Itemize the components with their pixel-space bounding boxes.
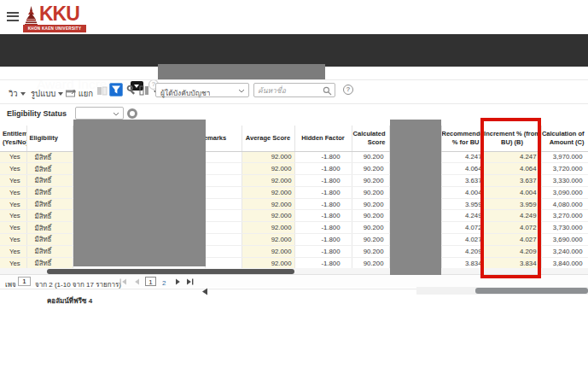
cell-average_score: 92.000: [242, 198, 294, 210]
filter-button[interactable]: [109, 83, 123, 96]
cell-amount: 3,970.000: [541, 151, 588, 163]
cell-hidden_factor: -1.800: [294, 234, 352, 246]
cell-hidden_factor: -1.800: [294, 257, 352, 269]
column-header-remarks[interactable]: Remarks: [205, 126, 242, 151]
kku-emblem-icon: [24, 6, 38, 26]
column-header-eligibility[interactable]: Eligibility: [26, 126, 73, 151]
cell-amount: 3,840.000: [541, 257, 588, 269]
column-header-recommended_pct[interactable]: Recommended % for BU: [441, 126, 483, 151]
column-header-entitlement[interactable]: Entitlem (Yes/No): [0, 126, 26, 151]
cell-amount: 3,090.000: [541, 186, 588, 198]
cell-average_score: 92.000: [242, 245, 294, 257]
cell-calculated_score: 90.200: [352, 198, 389, 210]
cell-recommended_pct: 4.072: [441, 222, 483, 234]
cell-entitlement: Yes: [0, 151, 26, 163]
cell-entitlement: Yes: [0, 257, 26, 269]
cell-eligibility: มีสิทธิ์: [26, 163, 73, 175]
help-icon[interactable]: ?: [343, 85, 353, 95]
cell-recommended_pct: 3.959: [441, 198, 483, 210]
funnel-icon: [110, 84, 122, 96]
view-menu[interactable]: วิว: [9, 87, 26, 100]
cell-average_score: 92.000: [242, 234, 294, 246]
cell-eligibility: มีสิทธิ์: [26, 186, 73, 198]
cell-calculated_score: 90.200: [352, 234, 389, 246]
last-page-icon[interactable]: [186, 278, 194, 285]
page-2-link[interactable]: 2: [162, 279, 166, 287]
cell-entitlement: Yes: [0, 163, 26, 175]
format-menu[interactable]: รูปแบบ: [31, 87, 63, 100]
detach-icon: [66, 89, 76, 97]
cell-remarks: [205, 151, 242, 163]
cell-entitlement: Yes: [0, 186, 26, 198]
cell-remarks: [205, 186, 242, 198]
cell-average_score: 92.000: [242, 210, 294, 222]
cell-calculated_score: 90.200: [352, 175, 389, 187]
eligibility-status-label: Eligibility Status: [7, 109, 67, 118]
cell-average_score: 92.000: [242, 175, 294, 187]
chevron-down-icon: [20, 92, 26, 96]
cell-recommended_pct: 4.249: [441, 210, 483, 222]
cell-entitlement: Yes: [0, 245, 26, 257]
search-icon[interactable]: [323, 86, 332, 96]
cell-calculated_score: 90.200: [352, 210, 389, 222]
cell-amount: 3,330.000: [541, 175, 588, 187]
cell-eligibility: มีสิทธิ์: [26, 222, 73, 234]
cell-entitlement: Yes: [0, 198, 26, 210]
redacted-factor-column: [390, 120, 441, 275]
search-field: [253, 83, 335, 97]
next-page-icon[interactable]: [175, 278, 181, 285]
table-hscrollbar-thumb[interactable]: [47, 269, 294, 274]
cell-entitlement: Yes: [0, 175, 26, 187]
reorder-columns-icon[interactable]: [139, 85, 149, 96]
column-header-amount[interactable]: Calculation of Amount (C): [541, 126, 588, 151]
cell-recommended_pct: 3.834: [441, 257, 483, 269]
cell-eligibility: มีสิทธิ์: [26, 245, 73, 257]
cell-amount: 3,690.000: [541, 234, 588, 246]
cell-hidden_factor: -1.800: [294, 222, 352, 234]
column-header-hidden_factor[interactable]: Hidden Factor: [294, 126, 352, 151]
cell-calculated_score: 90.200: [352, 186, 389, 198]
go-button[interactable]: [127, 108, 137, 119]
scope-select[interactable]: ผู้ใต้บังคับบัญชา: [155, 83, 249, 97]
first-page-icon[interactable]: [119, 278, 127, 285]
cell-hidden_factor: -1.800: [294, 245, 352, 257]
freeze-columns-icon[interactable]: [96, 85, 108, 96]
cell-calculated_score: 90.200: [352, 151, 389, 163]
cell-hidden_factor: -1.800: [294, 198, 352, 210]
cell-remarks: [205, 198, 242, 210]
cell-amount: 3,270.000: [541, 210, 588, 222]
redacted-region: [158, 64, 325, 79]
cell-remarks: [205, 234, 242, 246]
cell-amount: 3,720.000: [541, 163, 588, 175]
cell-recommended_pct: 3.637: [441, 175, 483, 187]
cell-remarks: [205, 257, 242, 269]
cell-remarks: [205, 175, 242, 187]
page-navbar: Award Increase ?: [0, 34, 588, 67]
cell-eligibility: มีสิทธิ์: [26, 175, 73, 187]
detach-button[interactable]: แยก: [66, 87, 93, 100]
hamburger-menu-icon[interactable]: [7, 12, 19, 21]
cell-calculated_score: 90.200: [352, 245, 389, 257]
page-number-input[interactable]: [18, 277, 31, 286]
cell-amount: 3,730.000: [541, 222, 588, 234]
redacted-name-column: [73, 120, 206, 266]
search-input[interactable]: [258, 85, 321, 96]
cell-entitlement: Yes: [0, 210, 26, 222]
page-hscrollbar-thumb[interactable]: [475, 288, 588, 294]
cell-recommended_pct: 4.247: [441, 151, 483, 163]
cell-recommended_pct: 4.027: [441, 234, 483, 246]
cell-average_score: 92.000: [242, 163, 294, 175]
column-header-calculated_score[interactable]: Calculated Score: [352, 126, 389, 151]
eligibility-status-select[interactable]: [75, 107, 124, 120]
cell-average_score: 92.000: [242, 186, 294, 198]
cell-remarks: [205, 245, 242, 257]
cell-hidden_factor: -1.800: [294, 151, 352, 163]
cell-entitlement: Yes: [0, 222, 26, 234]
column-header-average_score[interactable]: Average Score: [242, 126, 294, 151]
panel-collapse-icon[interactable]: [201, 288, 208, 295]
previous-page-icon[interactable]: [134, 278, 140, 285]
increment-column-highlight-box: [480, 118, 541, 278]
wrench-icon[interactable]: [126, 85, 137, 96]
cell-average_score: 92.000: [242, 222, 294, 234]
divider: [0, 103, 588, 104]
